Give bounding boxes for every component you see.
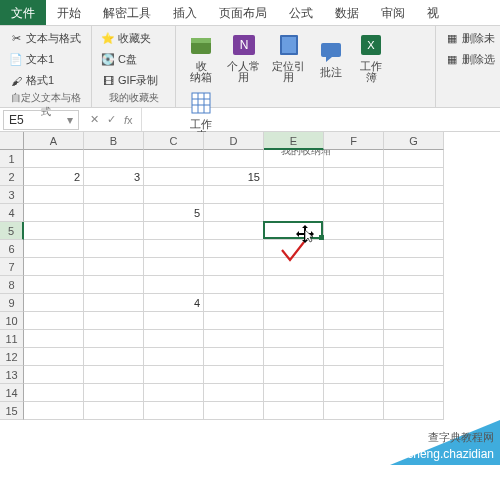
cell-C11[interactable]: [144, 330, 204, 348]
cell-G14[interactable]: [384, 384, 444, 402]
cell-A5[interactable]: [24, 222, 84, 240]
tab-file[interactable]: 文件: [0, 0, 46, 25]
col-header-F[interactable]: F: [324, 132, 384, 150]
cell-F9[interactable]: [324, 294, 384, 312]
cell-C1[interactable]: [144, 150, 204, 168]
cell-E12[interactable]: [264, 348, 324, 366]
tab-layout[interactable]: 页面布局: [208, 0, 278, 25]
cell-D3[interactable]: [204, 186, 264, 204]
cell-B10[interactable]: [84, 312, 144, 330]
cell-D5[interactable]: [204, 222, 264, 240]
cell-B3[interactable]: [84, 186, 144, 204]
cell-E1[interactable]: [264, 150, 324, 168]
cell-A4[interactable]: [24, 204, 84, 222]
row-header-12[interactable]: 12: [0, 348, 24, 366]
cell-D14[interactable]: [204, 384, 264, 402]
cell-A7[interactable]: [24, 258, 84, 276]
column-headers[interactable]: ABCDEFG: [24, 132, 500, 150]
cell-B1[interactable]: [84, 150, 144, 168]
tab-review[interactable]: 审阅: [370, 0, 416, 25]
delete-sel-button[interactable]: ▦删除选: [442, 50, 498, 69]
cell-F8[interactable]: [324, 276, 384, 294]
row-header-11[interactable]: 11: [0, 330, 24, 348]
cell-F10[interactable]: [324, 312, 384, 330]
cell-G12[interactable]: [384, 348, 444, 366]
fx-icon[interactable]: fx: [124, 114, 133, 126]
locate-button[interactable]: 定位引 用: [267, 29, 310, 85]
text1-button[interactable]: 📄文本1: [6, 50, 57, 69]
cell-F7[interactable]: [324, 258, 384, 276]
cell-A9[interactable]: [24, 294, 84, 312]
fx-confirm-icon[interactable]: ✓: [107, 113, 116, 126]
cell-F14[interactable]: [324, 384, 384, 402]
col-header-E[interactable]: E: [264, 132, 324, 150]
col-header-D[interactable]: D: [204, 132, 264, 150]
row-header-7[interactable]: 7: [0, 258, 24, 276]
cell-D8[interactable]: [204, 276, 264, 294]
cell-B8[interactable]: [84, 276, 144, 294]
cell-D6[interactable]: [204, 240, 264, 258]
cell-D13[interactable]: [204, 366, 264, 384]
row-header-10[interactable]: 10: [0, 312, 24, 330]
cell-F12[interactable]: [324, 348, 384, 366]
cell-A10[interactable]: [24, 312, 84, 330]
cell-B7[interactable]: [84, 258, 144, 276]
cell-B12[interactable]: [84, 348, 144, 366]
cell-G11[interactable]: [384, 330, 444, 348]
cell-C13[interactable]: [144, 366, 204, 384]
cell-G7[interactable]: [384, 258, 444, 276]
format1-button[interactable]: 🖌格式1: [6, 71, 57, 90]
cell-E5[interactable]: [264, 222, 324, 240]
row-header-1[interactable]: 1: [0, 150, 24, 168]
tab-formulas[interactable]: 公式: [278, 0, 324, 25]
cell-D4[interactable]: [204, 204, 264, 222]
cell-D12[interactable]: [204, 348, 264, 366]
col-header-A[interactable]: A: [24, 132, 84, 150]
cell-A14[interactable]: [24, 384, 84, 402]
cell-B5[interactable]: [84, 222, 144, 240]
cell-F5[interactable]: [324, 222, 384, 240]
cell-F3[interactable]: [324, 186, 384, 204]
personal-button[interactable]: N个人常 用: [222, 29, 265, 85]
col-header-C[interactable]: C: [144, 132, 204, 150]
cell-D11[interactable]: [204, 330, 264, 348]
cell-E4[interactable]: [264, 204, 324, 222]
cell-D1[interactable]: [204, 150, 264, 168]
cell-G2[interactable]: [384, 168, 444, 186]
worksheet-grid[interactable]: ABCDEFG 122315345567894101112131415: [0, 132, 500, 420]
tab-view[interactable]: 视: [416, 0, 450, 25]
cell-G13[interactable]: [384, 366, 444, 384]
cell-E9[interactable]: [264, 294, 324, 312]
cell-B4[interactable]: [84, 204, 144, 222]
cell-C2[interactable]: [144, 168, 204, 186]
cell-C14[interactable]: [144, 384, 204, 402]
cell-B14[interactable]: [84, 384, 144, 402]
cell-G10[interactable]: [384, 312, 444, 330]
cell-G3[interactable]: [384, 186, 444, 204]
col-header-B[interactable]: B: [84, 132, 144, 150]
delete-row-button[interactable]: ▦删除未: [442, 29, 498, 48]
tab-data[interactable]: 数据: [324, 0, 370, 25]
cell-F6[interactable]: [324, 240, 384, 258]
formula-input[interactable]: [141, 108, 500, 131]
cell-A11[interactable]: [24, 330, 84, 348]
cell-B15[interactable]: [84, 402, 144, 420]
cell-B2[interactable]: 3: [84, 168, 144, 186]
cell-E3[interactable]: [264, 186, 324, 204]
gif-button[interactable]: 🎞GIF录制: [98, 71, 161, 90]
text-format-button[interactable]: ✂文本与格式: [6, 29, 84, 48]
cell-C12[interactable]: [144, 348, 204, 366]
cell-A3[interactable]: [24, 186, 84, 204]
cell-D2[interactable]: 15: [204, 168, 264, 186]
cell-C6[interactable]: [144, 240, 204, 258]
cell-C7[interactable]: [144, 258, 204, 276]
tab-insert[interactable]: 插入: [162, 0, 208, 25]
cell-E15[interactable]: [264, 402, 324, 420]
row-header-14[interactable]: 14: [0, 384, 24, 402]
favorites-button[interactable]: ⭐收藏夹: [98, 29, 154, 48]
cell-C10[interactable]: [144, 312, 204, 330]
row-header-6[interactable]: 6: [0, 240, 24, 258]
select-all-corner[interactable]: [0, 132, 24, 150]
cell-B9[interactable]: [84, 294, 144, 312]
cell-C9[interactable]: 4: [144, 294, 204, 312]
